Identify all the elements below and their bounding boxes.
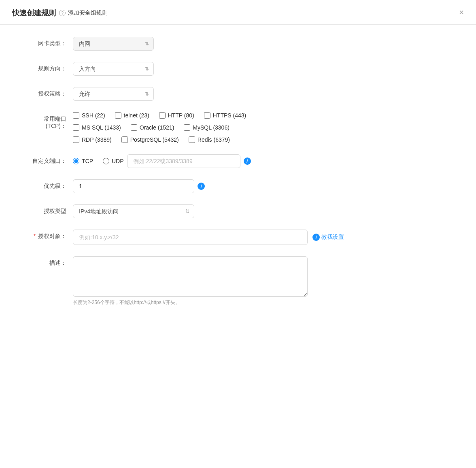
checkbox-redis-input[interactable] xyxy=(189,136,195,143)
custom-port-inner: TCP UDP i xyxy=(73,154,251,168)
checkboxes-container: SSH (22) telnet (23) HTTP (80) HTTP xyxy=(73,112,246,143)
nic-type-select[interactable]: 内网 外网 xyxy=(73,37,154,51)
description-textarea[interactable] xyxy=(73,256,308,297)
auth-type-content: IPv4地址段访问 IPv6地址段访问 安全组访问 ⇅ xyxy=(73,204,452,218)
checkbox-telnet-label: telnet (23) xyxy=(124,112,149,119)
checkbox-rdp-label: RDP (3389) xyxy=(82,136,112,143)
common-ports-content: SSH (22) telnet (23) HTTP (80) HTTP xyxy=(73,112,452,143)
checkbox-oracle-label: Oracle (1521) xyxy=(140,124,174,131)
description-hint: 长度为2-256个字符，不能以http://或https://开头。 xyxy=(73,299,308,306)
help-icon[interactable]: ? xyxy=(59,10,66,16)
auth-policy-row: 授权策略： 允许 拒绝 ⇅ xyxy=(24,87,452,101)
checkbox-ssh-label: SSH (22) xyxy=(82,112,105,119)
radio-udp[interactable]: UDP xyxy=(103,158,124,164)
checkbox-postgresql-label: PostgreSQL (5432) xyxy=(130,136,179,143)
nic-type-row: 网卡类型： 内网 外网 ⇅ xyxy=(24,37,452,51)
auth-policy-select[interactable]: 允许 拒绝 xyxy=(73,87,154,101)
description-content: 长度为2-256个字符，不能以http://或https://开头。 xyxy=(73,256,452,306)
custom-port-label: 自定义端口： xyxy=(24,154,73,165)
auth-type-row: 授权类型 IPv4地址段访问 IPv6地址段访问 安全组访问 ⇅ xyxy=(24,204,452,218)
checkbox-rdp[interactable]: RDP (3389) xyxy=(73,136,112,143)
checkbox-telnet[interactable]: telnet (23) xyxy=(115,112,149,119)
custom-port-content: TCP UDP i xyxy=(73,154,452,168)
checkbox-ssh[interactable]: SSH (22) xyxy=(73,112,105,119)
checkbox-rdp-input[interactable] xyxy=(73,136,79,143)
protocol-radio-group: TCP UDP xyxy=(73,158,124,164)
description-label: 描述： xyxy=(24,256,73,267)
auth-type-select-wrapper: IPv4地址段访问 IPv6地址段访问 安全组访问 ⇅ xyxy=(73,204,194,218)
rule-direction-select-wrapper: 入方向 出方向 ⇅ xyxy=(73,62,154,76)
priority-label: 优先级： xyxy=(24,179,73,190)
auth-object-label-text: 授权对象： xyxy=(38,233,66,239)
dialog-subtitle: 添加安全组规则 xyxy=(68,9,108,17)
auth-object-input[interactable] xyxy=(73,230,308,245)
auth-policy-label: 授权策略： xyxy=(24,87,73,98)
checkbox-mssql[interactable]: MS SQL (1433) xyxy=(73,124,121,131)
checkbox-https-label: HTTPS (443) xyxy=(213,112,246,119)
auth-object-row: * 授权对象： i 教我设置 xyxy=(24,230,452,245)
dialog-header: 快速创建规则 ? 添加安全组规则 × xyxy=(0,0,476,25)
help-link-text: 教我设置 xyxy=(321,234,344,241)
checkbox-http-input[interactable] xyxy=(159,112,166,119)
rule-direction-select[interactable]: 入方向 出方向 xyxy=(73,62,154,76)
checkbox-mysql[interactable]: MySQL (3306) xyxy=(184,124,230,131)
checkbox-mysql-label: MySQL (3306) xyxy=(193,124,230,131)
radio-tcp-label: TCP xyxy=(82,158,93,164)
priority-input[interactable] xyxy=(73,179,194,193)
checkbox-oracle-input[interactable] xyxy=(131,124,137,131)
nic-type-content: 内网 外网 ⇅ xyxy=(73,37,452,51)
custom-port-row: 自定义端口： TCP UDP i xyxy=(24,154,452,168)
checkbox-row-3: RDP (3389) PostgreSQL (5432) Redis (6379… xyxy=(73,136,246,143)
auth-object-info-icon: i xyxy=(312,234,320,241)
common-ports-label: 常用端口(TCP)： xyxy=(24,112,73,130)
auth-type-select[interactable]: IPv4地址段访问 IPv6地址段访问 安全组访问 xyxy=(73,204,194,218)
port-info-icon[interactable]: i xyxy=(244,157,251,165)
checkbox-redis-label: Redis (6379) xyxy=(198,136,230,143)
checkbox-oracle[interactable]: Oracle (1521) xyxy=(131,124,174,131)
checkbox-postgresql[interactable]: PostgreSQL (5432) xyxy=(121,136,179,143)
checkbox-row-1: SSH (22) telnet (23) HTTP (80) HTTP xyxy=(73,112,246,119)
port-input[interactable] xyxy=(127,154,240,168)
auth-object-content: i 教我设置 xyxy=(73,230,452,245)
checkbox-https-input[interactable] xyxy=(204,112,210,119)
nic-type-label: 网卡类型： xyxy=(24,37,73,47)
help-link[interactable]: i 教我设置 xyxy=(312,234,344,241)
rule-direction-content: 入方向 出方向 ⇅ xyxy=(73,62,452,76)
dialog-body: 网卡类型： 内网 外网 ⇅ 规则方向： 入方向 出方向 xyxy=(0,25,476,334)
priority-content: i xyxy=(73,179,452,193)
checkbox-ssh-input[interactable] xyxy=(73,112,79,119)
priority-row: 优先级： i xyxy=(24,179,452,193)
checkbox-mssql-label: MS SQL (1433) xyxy=(82,124,121,131)
auth-object-label: * 授权对象： xyxy=(24,230,73,240)
close-button[interactable]: × xyxy=(459,8,464,16)
auth-policy-select-wrapper: 允许 拒绝 ⇅ xyxy=(73,87,154,101)
required-mark: * xyxy=(34,233,36,239)
checkbox-http-label: HTTP (80) xyxy=(168,112,194,119)
checkbox-redis[interactable]: Redis (6379) xyxy=(189,136,230,143)
auth-policy-content: 允许 拒绝 ⇅ xyxy=(73,87,452,101)
rule-direction-row: 规则方向： 入方向 出方向 ⇅ xyxy=(24,62,452,76)
priority-info-icon[interactable]: i xyxy=(198,183,205,190)
radio-tcp-input[interactable] xyxy=(73,158,79,164)
auth-type-label: 授权类型 xyxy=(24,204,73,215)
dialog: 快速创建规则 ? 添加安全组规则 × 网卡类型： 内网 外网 ⇅ 规则方向： xyxy=(0,0,476,468)
checkbox-https[interactable]: HTTPS (443) xyxy=(204,112,246,119)
checkbox-mysql-input[interactable] xyxy=(184,124,190,131)
rule-direction-label: 规则方向： xyxy=(24,62,73,72)
common-ports-row: 常用端口(TCP)： SSH (22) telnet (23) xyxy=(24,112,452,143)
checkbox-http[interactable]: HTTP (80) xyxy=(159,112,194,119)
radio-udp-label: UDP xyxy=(112,158,124,164)
dialog-title: 快速创建规则 xyxy=(12,8,56,18)
checkbox-row-2: MS SQL (1433) Oracle (1521) MySQL (3306) xyxy=(73,124,246,131)
description-row: 描述： 长度为2-256个字符，不能以http://或https://开头。 xyxy=(24,256,452,306)
radio-tcp[interactable]: TCP xyxy=(73,158,93,164)
checkbox-mssql-input[interactable] xyxy=(73,124,79,131)
radio-udp-input[interactable] xyxy=(103,158,109,164)
checkbox-postgresql-input[interactable] xyxy=(121,136,128,143)
nic-type-select-wrapper: 内网 外网 ⇅ xyxy=(73,37,154,51)
checkbox-telnet-input[interactable] xyxy=(115,112,121,119)
